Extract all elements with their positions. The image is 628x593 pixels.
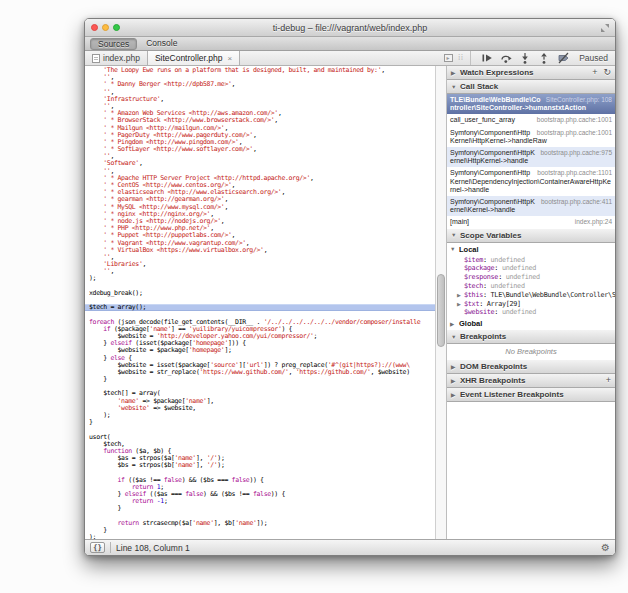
code-lines: 'The Loopy Ewe runs on a platform that i… [85,67,435,539]
frame-function-name: Symfony\Component\HttpKernel\Kernel->han… [450,198,535,213]
window-title: ti-debug – file:///vagrant/web/index.php [273,23,428,33]
variable-separator: : [479,300,487,308]
call-stack-header[interactable]: ▼ Call Stack [447,80,615,94]
scope-variable[interactable]: $tech: undefined [447,282,615,291]
disclosure-collapsed-icon: ▶ [451,364,457,370]
main-content: 'The Loopy Ewe runs on a platform that i… [85,66,615,539]
section-title: Breakpoints [460,332,506,341]
code-line[interactable] [85,426,435,433]
scope-local-row[interactable]: ▼ Local [447,243,615,256]
code-line[interactable]: ' * Danny Berger <http://dpb587.me>', [85,81,435,88]
section-title: Event Listener Breakpoints [460,390,564,399]
code-editor[interactable]: 'The Loopy Ewe runs on a platform that i… [85,66,435,539]
disclosure-collapsed-icon: ▶ [450,321,456,327]
section-title: XHR Breakpoints [460,376,525,385]
variable-name: $this [464,291,483,299]
code-line[interactable]: 'The Loopy Ewe runs on a platform that i… [85,67,435,74]
call-stack-frame[interactable]: index.php:24[main] [447,216,615,228]
event-listener-breakpoints-header[interactable]: ▶ Event Listener Breakpoints [447,388,615,402]
variable-value: undefined [491,282,525,290]
code-line[interactable]: } [85,527,435,534]
file-tab-sitecontroller-php[interactable]: SiteController.php × [147,51,240,65]
call-stack-frame[interactable]: bootstrap.php.cache:975Symfony\Component… [447,147,615,167]
code-line[interactable]: 'Libraries', [85,261,435,268]
code-line[interactable]: $website = $package['homepage']; [85,347,435,354]
code-line[interactable]: 'Software', [85,160,435,167]
variable-name: $package [464,264,494,272]
toggle-breakpoints-button[interactable] [555,52,571,64]
minimize-window-button[interactable] [102,24,109,31]
code-line[interactable]: return strcasecmp($a['name'], $b['name']… [85,520,435,527]
title-bar[interactable]: ti-debug – file:///vagrant/web/index.php [85,19,615,37]
add-watch-button[interactable]: + [592,68,597,77]
status-bar: {} Line 108, Column 1 ⚙ [85,539,615,555]
tab-bar-controls: ▸ ⦙⦙ [438,51,472,65]
scope-variable[interactable]: ▶$txt: Array[29] [447,300,615,309]
close-window-button[interactable] [91,24,98,31]
variable-separator: : [494,264,502,272]
scope-variable[interactable]: $website: undefined [447,308,615,317]
settings-gear-icon[interactable]: ⚙ [601,543,610,553]
code-line[interactable]: ' * SoftLayer <http://www.softlayer.com/… [85,146,435,153]
call-stack-frame[interactable]: bootstrap.php.cache:1101Symfony\Componen… [447,167,615,196]
scope-section-label: Local [459,245,479,254]
add-xhr-breakpoint-button[interactable]: + [606,376,611,385]
code-line[interactable]: $website = str_replace('https://www.gith… [85,369,435,376]
code-line[interactable]: } [85,376,435,383]
status-divider [110,542,111,553]
close-tab-icon[interactable]: × [227,54,232,63]
code-line[interactable]: usort( [85,434,435,441]
code-line[interactable]: return -1; [85,498,435,505]
dom-breakpoints-header[interactable]: ▶ DOM Breakpoints [447,360,615,374]
pretty-print-button[interactable]: {} [90,542,105,553]
breakpoints-header[interactable]: ▼ Breakpoints [447,330,615,344]
call-stack-frame[interactable]: bootstrap.php.cache:1001call_user_func_a… [447,114,615,126]
zoom-window-button[interactable] [113,24,120,31]
code-line[interactable]: '', [85,268,435,275]
step-into-button[interactable] [517,52,533,64]
frame-location: bootstrap.php.cache:411 [541,198,612,206]
inspector-window: ti-debug – file:///vagrant/web/index.php… [84,18,616,556]
frame-location: bootstrap.php.cache:1101 [537,169,612,177]
code-line[interactable]: xdebug_break(); [85,290,435,297]
call-stack-frame[interactable]: bootstrap.php.cache:411Symfony\Component… [447,196,615,216]
tab-sources[interactable]: Sources [90,38,137,50]
resume-button[interactable] [479,52,495,64]
scope-variable[interactable]: $package: undefined [447,264,615,273]
panel-tab-strip: Sources Console [85,37,615,51]
disclosure-collapsed-icon[interactable]: ▶ [457,291,464,300]
fullscreen-icon[interactable] [600,23,610,33]
file-tab-index-php[interactable]: index.php [85,51,147,65]
step-over-button[interactable] [498,52,514,64]
code-line[interactable]: ); [85,275,435,282]
code-line[interactable]: } [85,419,435,426]
editor-scrollbar[interactable] [435,66,447,539]
current-execution-line[interactable]: $tech = array(); [85,304,435,311]
disclosure-collapsed-icon[interactable]: ▶ [457,300,464,309]
scope-section-label: Global [459,319,482,328]
scrollbar-thumb[interactable] [437,274,445,347]
code-line[interactable]: ); [85,534,435,539]
step-out-button[interactable] [536,52,552,64]
scope-variable[interactable]: $item: undefined [447,256,615,265]
code-line[interactable]: ); [85,412,435,419]
section-title: Scope Variables [460,231,521,240]
scope-global-row[interactable]: ▶ Global [447,317,615,330]
tab-console[interactable]: Console [139,38,184,49]
code-line[interactable]: ' * VirtualBox <https://www.virtualbox.o… [85,247,435,254]
code-line[interactable]: 'website' => $website, [85,405,435,412]
refresh-watch-button[interactable]: ↻ [603,68,611,77]
watch-expressions-header[interactable]: ▶ Watch Expressions + ↻ [447,66,615,80]
code-line[interactable]: } [85,505,435,512]
scope-variable[interactable]: $response: undefined [447,273,615,282]
xhr-breakpoints-header[interactable]: ▶ XHR Breakpoints + [447,374,615,388]
code-line[interactable]: 'Infrastructure', [85,96,435,103]
scope-variables-header[interactable]: ▼ Scope Variables [447,229,615,243]
scope-variables-body: ▼ Local $item: undefined$package: undefi… [447,243,615,331]
scope-variable[interactable]: ▶$this: TLE\Bundle\WebBundle\Controller\… [447,291,615,300]
variable-separator: : [498,273,506,281]
call-stack-frame-selected[interactable]: SiteController.php: 108TLE\Bundle\WebBun… [447,94,615,114]
tab-overflow-icon[interactable]: ▸ [444,54,453,62]
code-line[interactable]: $bs = strpos($b['name'], '/'); [85,462,435,469]
call-stack-frame[interactable]: bootstrap.php.cache:1001Symfony\Componen… [447,127,615,147]
